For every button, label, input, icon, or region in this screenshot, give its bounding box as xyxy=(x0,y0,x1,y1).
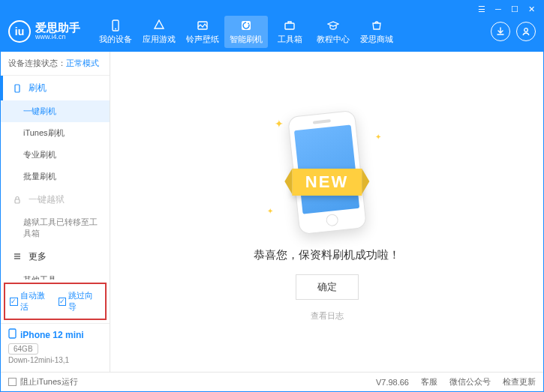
sidebar-item-other-tools[interactable]: 其他工具 xyxy=(1,269,110,280)
phone-icon xyxy=(12,83,23,94)
minimize-icon[interactable]: ─ xyxy=(492,4,504,14)
svg-rect-8 xyxy=(9,329,16,338)
sidebar-item-itunes-flash[interactable]: iTunes刷机 xyxy=(1,122,110,144)
wallpaper-icon xyxy=(196,19,209,32)
flash-icon xyxy=(239,19,253,32)
nav-toolbox[interactable]: 工具箱 xyxy=(268,16,311,48)
status-label: 设备连接状态： xyxy=(8,58,66,67)
block-itunes-checkbox[interactable]: 阻止iTunes运行 xyxy=(8,376,78,388)
footer-link-update[interactable]: 检查更新 xyxy=(503,376,536,388)
nav-bar: iu 爱思助手 www.i4.cn 我的设备 应用游戏 铃声壁纸 智能刷机 xyxy=(1,16,543,52)
titlebar: ☰ ─ ☐ ✕ xyxy=(1,1,543,16)
checkbox-icon: ✓ xyxy=(10,298,18,306)
checkbox-label: 自动激活 xyxy=(20,290,53,313)
body: 设备连接状态：正常模式 刷机 一键刷机 iTunes刷机 专业刷机 批量刷机 一… xyxy=(1,52,543,372)
logo[interactable]: iu 爱思助手 www.i4.cn xyxy=(8,20,80,43)
section-flash[interactable]: 刷机 xyxy=(1,76,110,100)
phone-icon xyxy=(8,328,17,341)
jailbreak-note: 越狱工具已转移至工具箱 xyxy=(1,212,110,244)
checkbox-icon xyxy=(8,378,17,386)
nav-ringtones[interactable]: 铃声壁纸 xyxy=(181,16,224,48)
close-icon[interactable]: ✕ xyxy=(525,4,537,14)
nav-label: 铃声壁纸 xyxy=(186,34,219,45)
nav-my-device[interactable]: 我的设备 xyxy=(94,16,137,48)
header: ☰ ─ ☐ ✕ iu 爱思助手 www.i4.cn 我的设备 应用游戏 xyxy=(1,1,543,52)
section-title: 更多 xyxy=(29,250,47,263)
sidebar-item-oneclick-flash[interactable]: 一键刷机 xyxy=(1,100,110,122)
svg-rect-7 xyxy=(15,199,20,203)
apps-icon xyxy=(152,19,166,32)
footer-link-wechat[interactable]: 微信公众号 xyxy=(449,376,491,388)
list-icon xyxy=(12,251,23,262)
app-name: 爱思助手 xyxy=(35,22,80,34)
version-label: V7.98.66 xyxy=(376,378,409,387)
checkbox-auto-activate[interactable]: ✓ 自动激活 xyxy=(10,290,53,313)
checkbox-label: 跳过向导 xyxy=(68,290,101,313)
app-window: ☰ ─ ☐ ✕ iu 爱思助手 www.i4.cn 我的设备 应用游戏 xyxy=(0,0,544,392)
sparkle-icon: ✦ xyxy=(267,207,273,215)
footer-right: V7.98.66 客服 微信公众号 检查更新 xyxy=(376,376,536,388)
user-button[interactable] xyxy=(516,22,536,41)
svg-rect-6 xyxy=(15,85,20,92)
checkbox-skip-guide[interactable]: ✓ 跳过向导 xyxy=(59,290,101,313)
success-message: 恭喜您，保资料刷机成功啦！ xyxy=(254,248,400,262)
sparkle-icon: ✦ xyxy=(375,133,381,141)
maximize-icon[interactable]: ☐ xyxy=(509,4,521,14)
section-jailbreak: 一键越狱 xyxy=(1,187,110,212)
sidebar: 设备连接状态：正常模式 刷机 一键刷机 iTunes刷机 专业刷机 批量刷机 一… xyxy=(1,52,110,372)
menu-icon[interactable]: ☰ xyxy=(476,4,488,14)
svg-point-5 xyxy=(524,28,528,32)
checkbox-icon: ✓ xyxy=(59,298,67,306)
status-value: 正常模式 xyxy=(66,58,99,67)
nav-tutorials[interactable]: 教程中心 xyxy=(311,16,355,48)
nav-label: 应用游戏 xyxy=(143,34,176,45)
options-row: ✓ 自动激活 ✓ 跳过向导 xyxy=(4,283,107,320)
storage-badge: 64GB xyxy=(8,343,38,355)
download-button[interactable] xyxy=(491,22,510,41)
graduation-icon xyxy=(326,19,340,32)
nav-right xyxy=(491,22,536,41)
phone-icon xyxy=(109,19,122,32)
nav-flash[interactable]: 智能刷机 xyxy=(224,16,268,48)
svg-rect-4 xyxy=(285,23,294,29)
nav-label: 爱思商城 xyxy=(360,34,393,45)
nav-label: 智能刷机 xyxy=(230,34,263,45)
checkbox-label: 阻止iTunes运行 xyxy=(20,376,78,388)
app-domain: www.i4.cn xyxy=(35,34,80,41)
section-more[interactable]: 更多 xyxy=(1,244,110,269)
nav-label: 我的设备 xyxy=(99,34,132,45)
side-list: 刷机 一键刷机 iTunes刷机 专业刷机 批量刷机 一键越狱 越狱工具已转移至… xyxy=(1,76,110,280)
sidebar-item-pro-flash[interactable]: 专业刷机 xyxy=(1,144,110,166)
nav-label: 工具箱 xyxy=(278,34,302,45)
footer: 阻止iTunes运行 V7.98.66 客服 微信公众号 检查更新 xyxy=(1,372,543,391)
new-ribbon: NEW xyxy=(292,169,362,196)
device-name-row: iPhone 12 mini xyxy=(8,328,102,341)
view-log-link[interactable]: 查看日志 xyxy=(311,310,344,322)
sparkle-icon: ✦ xyxy=(275,118,284,130)
ok-button[interactable]: 确定 xyxy=(296,274,359,300)
svg-point-1 xyxy=(115,28,116,29)
device-sub: Down-12mini-13,1 xyxy=(8,356,102,364)
lock-icon xyxy=(12,195,23,205)
toolbox-icon xyxy=(283,19,296,32)
sidebar-item-batch-flash[interactable]: 批量刷机 xyxy=(1,166,110,187)
connection-status: 设备连接状态：正常模式 xyxy=(1,52,110,76)
nav-store[interactable]: 爱思商城 xyxy=(355,16,398,48)
store-icon xyxy=(370,19,383,32)
nav-apps[interactable]: 应用游戏 xyxy=(137,16,181,48)
footer-link-support[interactable]: 客服 xyxy=(421,376,437,388)
device-name: iPhone 12 mini xyxy=(20,330,84,340)
logo-icon: iu xyxy=(8,20,31,43)
nav-label: 教程中心 xyxy=(317,34,350,45)
success-illustration: ✦ ✦ ✦ NEW xyxy=(267,103,387,238)
window-controls: ☰ ─ ☐ ✕ xyxy=(476,4,537,14)
section-title: 一键越狱 xyxy=(29,193,65,206)
section-title: 刷机 xyxy=(29,82,47,94)
main-content: ✦ ✦ ✦ NEW 恭喜您，保资料刷机成功啦！ 确定 查看日志 xyxy=(110,52,543,372)
device-block[interactable]: iPhone 12 mini 64GB Down-12mini-13,1 xyxy=(1,323,110,372)
